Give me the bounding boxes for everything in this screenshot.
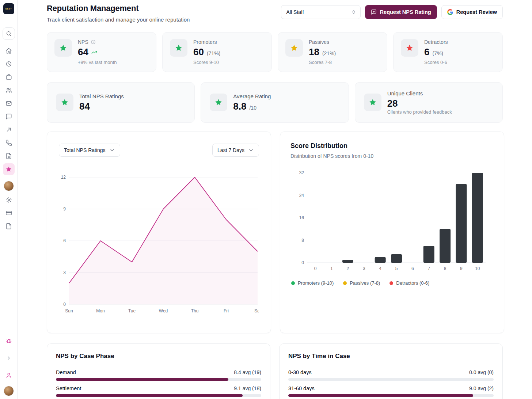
unique-clients-sub: Clients who provided feedback	[387, 109, 452, 115]
nps-trend: +9% vs last month	[78, 60, 117, 65]
svg-text:Tue: Tue	[128, 308, 136, 314]
total-ratings-label: Total NPS Ratings	[79, 93, 124, 99]
gear-icon	[5, 197, 12, 203]
svg-text:4: 4	[379, 266, 381, 271]
star-green-icon	[59, 44, 67, 52]
sidebar-item-documents[interactable]	[3, 150, 15, 162]
sidebar-item-mail[interactable]	[3, 98, 15, 109]
metric-dropdown[interactable]: Total NPS Ratings	[59, 144, 120, 157]
metric-value: 8.4 avg (19)	[234, 369, 261, 375]
share-arrow-icon	[5, 126, 12, 133]
unique-clients-value: 28	[387, 98, 398, 109]
main-content: Reputation Management Track client satis…	[18, 0, 532, 399]
sidebar-item-home[interactable]	[3, 45, 15, 57]
bottom-row: NPS by Case Phase Demand8.4 avg (19)Sett…	[47, 343, 503, 399]
legend-label: Promoters (9-10)	[298, 280, 334, 286]
metric-bar-track	[56, 378, 261, 381]
svg-text:32: 32	[299, 170, 304, 175]
svg-text:7: 7	[428, 266, 430, 271]
credit-card-icon	[5, 210, 12, 216]
staff-filter-select[interactable]: All Staff	[281, 5, 361, 19]
star-yellow-icon	[290, 44, 298, 52]
history-icon	[5, 61, 12, 67]
info-icon[interactable]	[91, 39, 96, 45]
nps-value: 64	[78, 47, 88, 57]
sidebar-user-avatar[interactable]	[4, 181, 14, 191]
sidebar-item-messages[interactable]	[3, 111, 15, 122]
star-icon	[5, 166, 12, 172]
sidebar-item-cases[interactable]	[3, 71, 15, 83]
nps-by-case-phase-card: NPS by Case Phase Demand8.4 avg (19)Sett…	[47, 343, 270, 399]
svg-text:Sun: Sun	[65, 308, 73, 314]
svg-text:8: 8	[444, 266, 446, 271]
sidebar-item-history[interactable]	[3, 58, 15, 70]
unique-clients-label: Unique Clients	[387, 90, 423, 96]
score-distribution-legend: Promoters (9-10)Passives (7-8)Detractors…	[290, 280, 494, 286]
sidebar-item-contacts[interactable]	[3, 84, 15, 96]
sidebar-item-calls[interactable]	[3, 137, 15, 149]
metric-value: 9.0 avg (2)	[469, 385, 494, 391]
request-nps-button[interactable]: Request NPS Rating	[365, 5, 437, 19]
legend-item: Passives (7-8)	[343, 280, 380, 286]
bug-report-button[interactable]	[3, 335, 15, 347]
score-distribution-card: Score Distribution Distribution of NPS s…	[280, 132, 504, 333]
metric-label: 31-60 days	[288, 385, 315, 391]
promoters-label: Promoters	[193, 39, 217, 45]
svg-text:6: 6	[63, 238, 66, 243]
legend-dot	[291, 281, 295, 285]
stats-row-2: Total NPS Ratings 84 Average Rating 8.8 …	[47, 82, 503, 123]
nps-trend-card: Total NPS Ratings Last 7 Days 036912SunM…	[47, 132, 271, 333]
profile-link-button[interactable]	[3, 369, 15, 381]
metric-value: 0.0 avg (0)	[469, 369, 494, 375]
page-subtitle: Track client satisfaction and manage you…	[47, 16, 190, 23]
collapse-chevron-button[interactable]	[3, 352, 15, 364]
sidebar-item-reputation[interactable]	[3, 163, 15, 175]
score-distribution-bar-chart: 08162432012345678910	[290, 169, 494, 273]
passives-card: Passives 18 (21%) Scores 7-8	[278, 32, 387, 72]
unique-clients-card: Unique Clients 28 Clients who provided f…	[355, 82, 503, 123]
time-in-case-meters: 0-30 days0.0 avg (0)31-60 days9.0 avg (2…	[288, 369, 494, 399]
sidebar-bottom-cluster	[3, 334, 15, 396]
svg-text:Fri: Fri	[224, 308, 229, 314]
metric-bar-track	[288, 378, 494, 381]
sidebar-item-share[interactable]	[3, 124, 15, 136]
chat-icon	[5, 113, 12, 120]
legend-dot	[343, 281, 347, 285]
legend-item: Promoters (9-10)	[291, 280, 334, 286]
bottom-avatar[interactable]	[4, 386, 14, 396]
mail-icon	[5, 100, 12, 107]
page-title: Reputation Management	[47, 4, 190, 13]
detractors-pct: (7%)	[432, 51, 443, 56]
sidebar-item-notes[interactable]	[3, 220, 15, 232]
promoters-icon-tile	[170, 39, 187, 57]
request-review-button[interactable]: Request Review	[441, 5, 503, 19]
sidebar-search-button[interactable]	[3, 27, 15, 40]
sidebar-item-billing[interactable]	[3, 207, 15, 219]
google-icon	[447, 9, 453, 15]
svg-text:10: 10	[475, 266, 480, 271]
svg-text:16: 16	[299, 215, 304, 220]
promoters-pct: (71%)	[207, 51, 220, 56]
detractors-icon-tile	[401, 39, 418, 57]
date-range-dropdown[interactable]: Last 7 Days	[212, 144, 259, 157]
detractors-sub: Scores 0-6	[424, 60, 448, 65]
nps-by-time-in-case-card: NPS by Time in Case 0-30 days0.0 avg (0)…	[279, 343, 503, 399]
message-bubble-icon	[371, 9, 377, 15]
svg-text:3: 3	[63, 270, 66, 275]
case-phase-meters: Demand8.4 avg (19)Settlement9.1 avg (18)…	[56, 369, 261, 399]
app-logo[interactable]: BEST	[3, 3, 14, 14]
charts-row: Total NPS Ratings Last 7 Days 036912SunM…	[47, 132, 503, 333]
star-red-icon	[406, 44, 414, 52]
average-rating-value: 8.8	[233, 101, 246, 112]
detractors-value: 6	[424, 47, 429, 57]
home-icon	[5, 48, 12, 54]
metric-row: 31-60 days9.0 avg (2)	[288, 385, 494, 397]
bug-icon	[5, 338, 12, 344]
phone-icon	[5, 140, 12, 146]
briefcase-icon	[5, 74, 12, 80]
metric-label: Settlement	[56, 385, 81, 391]
chevron-down-icon	[248, 147, 254, 153]
star-green-icon	[369, 98, 377, 106]
svg-text:Thu: Thu	[191, 308, 199, 314]
sidebar-item-settings[interactable]	[3, 194, 15, 206]
